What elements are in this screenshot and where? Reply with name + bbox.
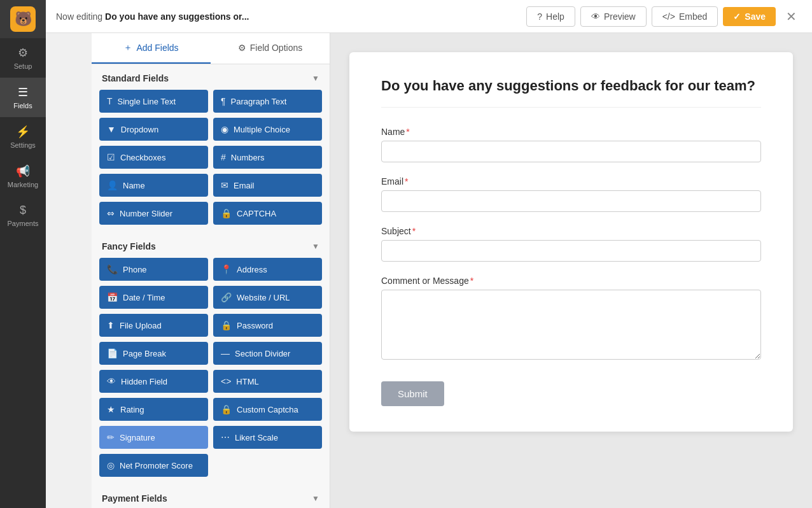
add-fields-icon: ＋ bbox=[123, 42, 132, 53]
field-btn-website-url[interactable]: 🔗 Website / URL bbox=[213, 286, 322, 309]
field-btn-email[interactable]: ✉ Email bbox=[213, 174, 322, 197]
form-field-subject: Subject* bbox=[381, 226, 761, 262]
sidebar-item-marketing[interactable]: 📢 Marketing bbox=[0, 157, 46, 196]
field-btn-captcha[interactable]: 🔒 CAPTCHA bbox=[213, 202, 322, 225]
field-btn-single-line-text[interactable]: T Single Line Text bbox=[99, 90, 208, 113]
sidebar-item-payments[interactable]: $ Payments bbox=[0, 196, 46, 235]
paragraph-text-icon: ¶ bbox=[221, 96, 226, 106]
field-btn-phone[interactable]: 📞 Phone bbox=[99, 258, 208, 281]
captcha-icon: 🔒 bbox=[221, 208, 232, 218]
save-checkmark-icon: ✓ bbox=[733, 11, 741, 22]
number-slider-icon: ⇔ bbox=[107, 208, 115, 218]
embed-icon: </> bbox=[662, 11, 675, 22]
field-btn-section-divider[interactable]: — Section Divider bbox=[213, 342, 322, 365]
input-name[interactable] bbox=[381, 141, 761, 162]
field-btn-date-time[interactable]: 📅 Date / Time bbox=[99, 286, 208, 309]
field-btn-net-promoter-score[interactable]: ◎ Net Promoter Score bbox=[99, 454, 208, 477]
field-btn-page-break[interactable]: 📄 Page Break bbox=[99, 342, 208, 365]
required-star-subject: * bbox=[412, 226, 416, 236]
form-preview: Do you have any suggestions or feedback … bbox=[330, 33, 812, 508]
submit-button[interactable]: Submit bbox=[381, 381, 444, 406]
field-btn-checkboxes[interactable]: ☑ Checkboxes bbox=[99, 146, 208, 169]
field-btn-likert-scale[interactable]: ⋯ Likert Scale bbox=[213, 426, 322, 449]
embed-button[interactable]: </> Embed bbox=[652, 6, 718, 27]
net-promoter-score-icon: ◎ bbox=[107, 460, 115, 470]
label-subject: Subject* bbox=[381, 226, 761, 236]
top-header: Now editing Do you have any suggestions … bbox=[46, 0, 812, 33]
field-btn-hidden-field[interactable]: 👁 Hidden Field bbox=[99, 370, 208, 393]
form-field-name: Name* bbox=[381, 127, 761, 162]
sidebar-item-fields[interactable]: ☰ Fields bbox=[0, 78, 46, 117]
hidden-field-icon: 👁 bbox=[107, 376, 116, 386]
form-title: Do you have any suggestions or feedback … bbox=[381, 78, 761, 108]
payment-fields-chevron-icon: ▼ bbox=[312, 494, 319, 503]
tab-field-options[interactable]: ⚙ Field Options bbox=[211, 33, 330, 64]
setup-icon: ⚙ bbox=[18, 46, 28, 60]
checkboxes-icon: ☑ bbox=[107, 152, 115, 162]
field-btn-dropdown[interactable]: ▼ Dropdown bbox=[99, 118, 208, 141]
field-btn-number-slider[interactable]: ⇔ Number Slider bbox=[99, 202, 208, 225]
field-btn-password[interactable]: 🔒 Password bbox=[213, 314, 322, 337]
date-time-icon: 📅 bbox=[107, 292, 118, 302]
required-star-name: * bbox=[406, 127, 409, 137]
input-subject[interactable] bbox=[381, 240, 761, 262]
file-upload-icon: ⬆ bbox=[107, 320, 115, 330]
payments-icon: $ bbox=[20, 204, 26, 217]
field-btn-paragraph-text[interactable]: ¶ Paragraph Text bbox=[213, 90, 322, 113]
save-button[interactable]: ✓ Save bbox=[723, 7, 776, 26]
form-card: Do you have any suggestions or feedback … bbox=[349, 52, 793, 432]
field-btn-numbers[interactable]: # Numbers bbox=[213, 146, 322, 169]
help-icon: ? bbox=[537, 11, 542, 22]
label-name: Name* bbox=[381, 127, 761, 137]
panel-tabs: ＋ Add Fields ⚙ Field Options bbox=[92, 33, 330, 64]
field-btn-name[interactable]: 👤 Name bbox=[99, 174, 208, 197]
custom-captcha-icon: 🔒 bbox=[221, 404, 232, 414]
phone-icon: 📞 bbox=[107, 264, 118, 274]
html-icon: <> bbox=[221, 376, 231, 386]
sidebar-item-setup[interactable]: ⚙ Setup bbox=[0, 38, 46, 78]
input-email[interactable] bbox=[381, 190, 761, 212]
fields-panel: ＋ Add Fields ⚙ Field Options Standard Fi… bbox=[92, 33, 330, 508]
field-btn-file-upload[interactable]: ⬆ File Upload bbox=[99, 314, 208, 337]
multiple-choice-icon: ◉ bbox=[221, 124, 228, 134]
field-btn-address[interactable]: 📍 Address bbox=[213, 258, 322, 281]
textarea-comment[interactable] bbox=[381, 290, 761, 360]
sidebar-item-payments-label: Payments bbox=[8, 220, 39, 227]
field-btn-signature[interactable]: ✏ Signature bbox=[99, 426, 208, 449]
help-button[interactable]: ? Help bbox=[526, 6, 575, 27]
field-btn-multiple-choice[interactable]: ◉ Multiple Choice bbox=[213, 118, 322, 141]
field-btn-html[interactable]: <> HTML bbox=[213, 370, 322, 393]
standard-fields-header[interactable]: Standard Fields ▼ bbox=[92, 64, 330, 90]
fields-icon: ☰ bbox=[18, 85, 28, 99]
editing-prefix: Now editing bbox=[56, 11, 105, 22]
payment-fields-header[interactable]: Payment Fields ▼ bbox=[92, 484, 330, 508]
preview-button[interactable]: 👁 Preview bbox=[580, 6, 647, 27]
field-options-icon: ⚙ bbox=[238, 43, 246, 53]
label-comment: Comment or Message* bbox=[381, 276, 761, 286]
form-field-comment: Comment or Message* bbox=[381, 276, 761, 362]
password-icon: 🔒 bbox=[221, 320, 232, 330]
label-email: Email* bbox=[381, 176, 761, 187]
logo-bear-icon: 🐻 bbox=[10, 6, 36, 32]
single-line-text-icon: T bbox=[107, 96, 113, 106]
field-btn-rating[interactable]: ★ Rating bbox=[99, 398, 208, 421]
main-content: ＋ Add Fields ⚙ Field Options Standard Fi… bbox=[92, 33, 812, 508]
marketing-icon: 📢 bbox=[16, 164, 30, 178]
close-button[interactable]: ✕ bbox=[781, 6, 802, 27]
required-star-email: * bbox=[405, 176, 408, 187]
section-divider-icon: — bbox=[221, 348, 230, 358]
numbers-icon: # bbox=[221, 152, 226, 162]
signature-icon: ✏ bbox=[107, 432, 115, 442]
likert-scale-icon: ⋯ bbox=[221, 432, 230, 442]
website-url-icon: 🔗 bbox=[221, 292, 232, 302]
field-btn-custom-captcha[interactable]: 🔒 Custom Captcha bbox=[213, 398, 322, 421]
settings-icon: ⚡ bbox=[16, 125, 30, 139]
dropdown-icon: ▼ bbox=[107, 124, 116, 134]
tab-add-fields[interactable]: ＋ Add Fields bbox=[92, 33, 211, 64]
logo: 🐻 bbox=[0, 0, 46, 38]
fancy-fields-header[interactable]: Fancy Fields ▼ bbox=[92, 232, 330, 258]
fancy-fields-chevron-icon: ▼ bbox=[312, 242, 319, 251]
required-star-comment: * bbox=[470, 276, 473, 286]
rating-icon: ★ bbox=[107, 404, 115, 414]
sidebar-item-settings[interactable]: ⚡ Settings bbox=[0, 117, 46, 157]
